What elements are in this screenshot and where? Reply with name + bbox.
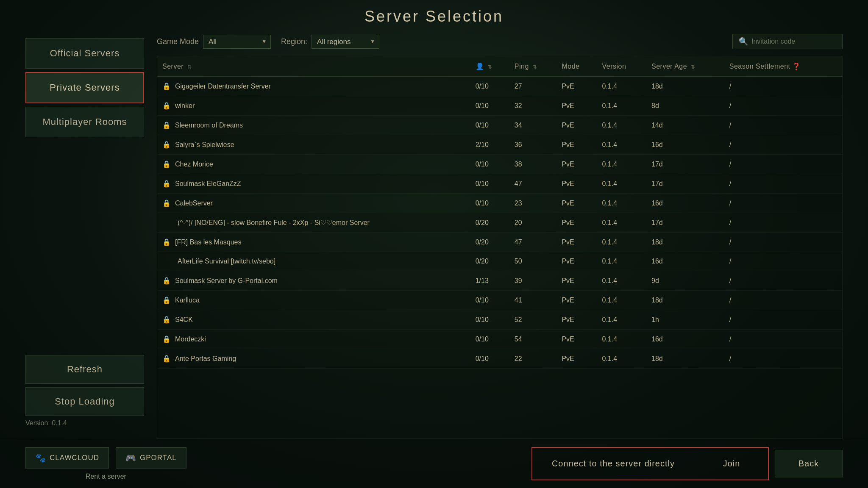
action-buttons: Connect to the server directly Join Back — [531, 447, 843, 480]
col-server-age[interactable]: Server Age ⇅ — [646, 56, 724, 77]
version-cell: 0.1.4 — [597, 194, 646, 213]
clawcloud-button[interactable]: 🐾 CLAWCLOUD — [25, 447, 109, 469]
players-cell: 0/10 — [470, 291, 509, 310]
players-cell: 0/20 — [470, 252, 509, 271]
mode-cell: PvE — [556, 252, 597, 271]
table-row[interactable]: 🔒 Gigageiler Datentransfer Server 0/10 2… — [157, 77, 842, 96]
season-cell: / — [724, 213, 842, 233]
table-header: Server ⇅ 👤 ⇅ Ping ⇅ Mode Version Server … — [157, 56, 842, 77]
table-row[interactable]: 🔒 Chez Morice 0/10 38 PvE 0.1.4 17d / — [157, 155, 842, 174]
table-row[interactable]: 🔒 winker 0/10 32 PvE 0.1.4 8d / — [157, 96, 842, 116]
server-name-cell: 🔒 Salyra`s Spielwiese — [157, 135, 470, 155]
table-row[interactable]: AfterLife Survival [twitch.tv/sebo] 0/20… — [157, 252, 842, 271]
sponsor-logos: 🐾 CLAWCLOUD 🎮 GPORTAL Rent a server — [25, 447, 186, 480]
col-server[interactable]: Server ⇅ — [157, 56, 470, 77]
ping-cell: 38 — [509, 155, 557, 174]
version-cell: 0.1.4 — [597, 349, 646, 369]
lock-icon: 🔒 — [162, 296, 171, 304]
connect-button[interactable]: Connect to the server directly — [535, 450, 692, 477]
join-button[interactable]: Join — [698, 450, 765, 477]
table-row[interactable]: 🔒 Ante Portas Gaming 0/10 22 PvE 0.1.4 1… — [157, 349, 842, 369]
ping-cell: 47 — [509, 233, 557, 252]
sponsor-row: 🐾 CLAWCLOUD 🎮 GPORTAL — [25, 447, 186, 469]
ping-cell: 22 — [509, 349, 557, 369]
stop-loading-button[interactable]: Stop Loading — [25, 387, 144, 416]
mode-cell: PvE — [556, 96, 597, 116]
table-row[interactable]: 🔒 Soulmask Server by G-Portal.com 1/13 3… — [157, 271, 842, 291]
server-name-label: Karlluca — [175, 297, 200, 304]
mode-cell: PvE — [556, 174, 597, 194]
season-cell: / — [724, 271, 842, 291]
players-cell: 0/10 — [470, 194, 509, 213]
game-mode-select[interactable]: All PvE PvP — [203, 35, 271, 49]
server-name-label: Sleemroom of Dreams — [175, 122, 243, 129]
bottom-bar: 🐾 CLAWCLOUD 🎮 GPORTAL Rent a server Conn… — [0, 439, 868, 488]
ping-cell: 20 — [509, 213, 557, 233]
age-cell: 17d — [646, 155, 724, 174]
lock-icon: 🔒 — [162, 82, 171, 90]
server-name-label: Salyra`s Spielwiese — [175, 141, 234, 149]
players-cell: 0/10 — [470, 349, 509, 369]
region-select[interactable]: All regions EU NA ASIA — [312, 35, 379, 49]
clawcloud-icon: 🐾 — [35, 453, 46, 463]
table-row[interactable]: 🔒 S4CK 0/10 52 PvE 0.1.4 1h / — [157, 310, 842, 330]
lock-icon: 🔒 — [162, 316, 171, 324]
season-cell: / — [724, 291, 842, 310]
version-cell: 0.1.4 — [597, 252, 646, 271]
version-cell: 0.1.4 — [597, 233, 646, 252]
season-cell: / — [724, 194, 842, 213]
back-button[interactable]: Back — [775, 450, 843, 477]
table-row[interactable]: 🔒 Mordeczki 0/10 54 PvE 0.1.4 16d / — [157, 330, 842, 349]
server-name-label: (^-^)/ [NO/ENG] - slow Bonefire Fule - 2… — [178, 219, 370, 227]
page-title: Server Selection — [364, 8, 504, 25]
mode-cell: PvE — [556, 310, 597, 330]
refresh-button[interactable]: Refresh — [25, 355, 144, 384]
search-icon: 🔍 — [739, 37, 748, 46]
server-table-wrapper[interactable]: Server ⇅ 👤 ⇅ Ping ⇅ Mode Version Server … — [157, 56, 843, 439]
version-cell: 0.1.4 — [597, 116, 646, 135]
private-servers-button[interactable]: Private Servers — [25, 72, 144, 103]
search-input[interactable] — [751, 38, 836, 45]
game-mode-filter: Game Mode All PvE PvP — [157, 35, 271, 49]
age-cell: 16d — [646, 330, 724, 349]
table-row[interactable]: (^-^)/ [NO/ENG] - slow Bonefire Fule - 2… — [157, 213, 842, 233]
table-row[interactable]: 🔒 CalebServer 0/10 23 PvE 0.1.4 16d / — [157, 194, 842, 213]
age-cell: 18d — [646, 233, 724, 252]
server-name-cell: 🔒 Soulmask Server by G-Portal.com — [157, 271, 470, 291]
server-name-label: CalebServer — [175, 200, 213, 207]
age-cell: 17d — [646, 174, 724, 194]
mode-cell: PvE — [556, 135, 597, 155]
sidebar-spacer — [25, 141, 144, 352]
season-cell: / — [724, 330, 842, 349]
server-name-cell: 🔒 Chez Morice — [157, 155, 470, 174]
table-row[interactable]: 🔒 [FR] Bas les Masques 0/20 47 PvE 0.1.4… — [157, 233, 842, 252]
age-cell: 1h — [646, 310, 724, 330]
table-row[interactable]: 🔒 Salyra`s Spielwiese 2/10 36 PvE 0.1.4 … — [157, 135, 842, 155]
lock-icon: 🔒 — [162, 238, 171, 246]
rent-label: Rent a server — [86, 473, 126, 480]
gportal-icon: 🎮 — [125, 453, 136, 463]
server-area: Game Mode All PvE PvP Region: All region… — [157, 34, 843, 439]
col-ping[interactable]: Ping ⇅ — [509, 56, 557, 77]
version-cell: 0.1.4 — [597, 213, 646, 233]
col-players[interactable]: 👤 ⇅ — [470, 56, 509, 77]
table-row[interactable]: 🔒 Karlluca 0/10 41 PvE 0.1.4 18d / — [157, 291, 842, 310]
server-name-label: AfterLife Survival [twitch.tv/sebo] — [178, 258, 275, 265]
age-cell: 18d — [646, 77, 724, 96]
official-servers-button[interactable]: Official Servers — [25, 38, 144, 69]
server-name-cell: 🔒 Soulmask EleGanZzZ — [157, 174, 470, 194]
ping-cell: 50 — [509, 252, 557, 271]
gportal-button[interactable]: 🎮 GPORTAL — [116, 447, 186, 469]
age-cell: 17d — [646, 213, 724, 233]
server-name-cell: 🔒 Ante Portas Gaming — [157, 349, 470, 369]
version-cell: 0.1.4 — [597, 155, 646, 174]
table-row[interactable]: 🔒 Soulmask EleGanZzZ 0/10 47 PvE 0.1.4 1… — [157, 174, 842, 194]
multiplayer-rooms-button[interactable]: Multiplayer Rooms — [25, 107, 144, 137]
players-cell: 2/10 — [470, 135, 509, 155]
mode-cell: PvE — [556, 213, 597, 233]
table-row[interactable]: 🔒 Sleemroom of Dreams 0/10 34 PvE 0.1.4 … — [157, 116, 842, 135]
age-cell: 16d — [646, 135, 724, 155]
players-cell: 0/10 — [470, 96, 509, 116]
server-table: Server ⇅ 👤 ⇅ Ping ⇅ Mode Version Server … — [157, 56, 842, 369]
server-name-label: Ante Portas Gaming — [175, 355, 236, 363]
